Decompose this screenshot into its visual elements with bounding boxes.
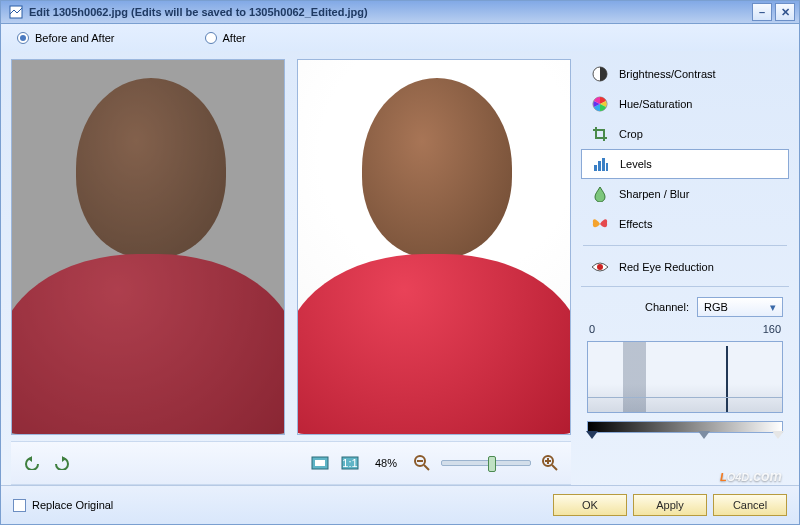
hue-saturation-icon <box>591 95 609 113</box>
redo-button[interactable] <box>51 452 73 474</box>
minimize-button[interactable]: – <box>752 3 772 21</box>
svg-rect-15 <box>598 161 601 171</box>
eye-icon <box>591 258 609 276</box>
levels-icon <box>592 155 610 173</box>
svg-rect-14 <box>594 165 597 171</box>
svg-line-6 <box>424 465 429 470</box>
levels-panel: Channel: RGB ▾ 0 160 <box>581 286 789 433</box>
footer: Replace Original OK Apply Cancel <box>1 485 799 524</box>
zoom-in-icon <box>542 455 558 471</box>
radio-icon <box>17 32 29 44</box>
side-panel: Brightness/Contrast <box>581 59 789 485</box>
tool-effects[interactable]: Effects <box>581 209 789 239</box>
channel-label: Channel: <box>645 301 689 313</box>
levels-white-handle[interactable] <box>772 431 784 439</box>
scale-min: 0 <box>589 323 595 335</box>
zoom-value: 48% <box>375 457 397 469</box>
zoom-out-icon <box>414 455 430 471</box>
close-button[interactable]: ✕ <box>775 3 795 21</box>
tool-sharpen-blur[interactable]: Sharpen / Blur <box>581 179 789 209</box>
svg-rect-2 <box>315 460 325 466</box>
zoom-out-button[interactable] <box>411 452 433 474</box>
radio-before-after[interactable]: Before and After <box>17 32 115 44</box>
replace-original-label: Replace Original <box>32 499 113 511</box>
butterfly-icon <box>591 215 609 233</box>
tool-red-eye[interactable]: Red Eye Reduction <box>581 252 789 282</box>
fit-icon <box>311 456 329 470</box>
undo-icon <box>24 456 40 470</box>
titlebar: Edit 1305h0062.jpg (Edits will be saved … <box>1 1 799 24</box>
channel-value: RGB <box>704 301 728 313</box>
channel-row: Channel: RGB ▾ <box>587 297 783 317</box>
radio-label: After <box>223 32 246 44</box>
tool-brightness-contrast[interactable]: Brightness/Contrast <box>581 59 789 89</box>
levels-black-handle[interactable] <box>586 431 598 439</box>
window-title: Edit 1305h0062.jpg (Edits will be saved … <box>29 6 749 18</box>
radio-label: Before and After <box>35 32 115 44</box>
svg-text:1:1: 1:1 <box>342 457 357 469</box>
tool-list: Brightness/Contrast <box>581 59 789 282</box>
levels-mid-handle[interactable] <box>698 431 710 439</box>
view-mode-bar: Before and After After <box>1 24 799 51</box>
tool-crop[interactable]: Crop <box>581 119 789 149</box>
tool-levels[interactable]: Levels <box>581 149 789 179</box>
app-icon <box>9 5 23 19</box>
histogram-scale: 0 160 <box>587 323 783 335</box>
tool-label: Hue/Saturation <box>619 98 692 110</box>
tool-hue-saturation[interactable]: Hue/Saturation <box>581 89 789 119</box>
close-icon: ✕ <box>781 6 790 19</box>
svg-line-9 <box>552 465 557 470</box>
tool-label: Red Eye Reduction <box>619 261 714 273</box>
zoom-slider-knob[interactable] <box>488 456 496 472</box>
radio-after[interactable]: After <box>205 32 246 44</box>
tool-label: Sharpen / Blur <box>619 188 689 200</box>
content-area: 1:1 48% <box>1 51 799 485</box>
checkbox-icon <box>13 499 26 512</box>
minimize-icon: – <box>759 6 765 18</box>
svg-rect-17 <box>606 163 608 171</box>
brightness-contrast-icon <box>591 65 609 83</box>
droplet-icon <box>591 185 609 203</box>
preview-row <box>11 59 571 435</box>
preview-area: 1:1 48% <box>11 59 571 485</box>
fit-window-button[interactable] <box>309 452 331 474</box>
channel-dropdown[interactable]: RGB ▾ <box>697 297 783 317</box>
tool-label: Crop <box>619 128 643 140</box>
footer-buttons: OK Apply Cancel <box>553 494 787 516</box>
zoom-slider[interactable] <box>441 460 531 466</box>
redo-icon <box>54 456 70 470</box>
tool-label: Effects <box>619 218 652 230</box>
cancel-button[interactable]: Cancel <box>713 494 787 516</box>
edit-window: Edit 1305h0062.jpg (Edits will be saved … <box>0 0 800 525</box>
preview-toolbar: 1:1 48% <box>11 441 571 485</box>
divider <box>583 245 787 246</box>
tool-label: Brightness/Contrast <box>619 68 716 80</box>
radio-icon <box>205 32 217 44</box>
zoom-in-button[interactable] <box>539 452 561 474</box>
chevron-down-icon: ▾ <box>770 301 776 314</box>
preview-after <box>297 59 571 435</box>
actual-size-icon: 1:1 <box>341 456 359 470</box>
undo-button[interactable] <box>21 452 43 474</box>
levels-gradient[interactable] <box>587 421 783 433</box>
histogram <box>587 341 783 413</box>
svg-rect-16 <box>602 158 605 171</box>
svg-point-18 <box>597 264 603 270</box>
scale-max: 160 <box>763 323 781 335</box>
tool-label: Levels <box>620 158 652 170</box>
replace-original-checkbox[interactable]: Replace Original <box>13 499 113 512</box>
ok-button[interactable]: OK <box>553 494 627 516</box>
actual-size-button[interactable]: 1:1 <box>339 452 361 474</box>
apply-button[interactable]: Apply <box>633 494 707 516</box>
preview-before <box>11 59 285 435</box>
crop-icon <box>591 125 609 143</box>
